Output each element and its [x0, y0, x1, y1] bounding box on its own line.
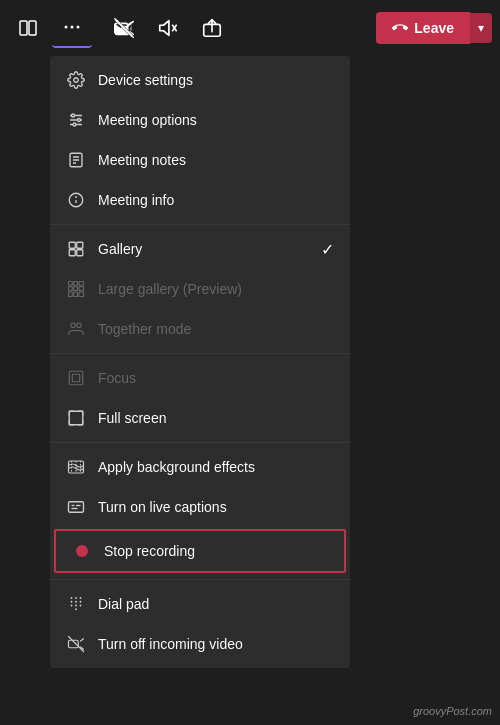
svg-point-4	[77, 26, 80, 29]
menu-item-together-mode: Together mode	[50, 309, 350, 349]
svg-point-59	[71, 601, 73, 603]
svg-rect-33	[77, 250, 83, 256]
live-captions-label: Turn on live captions	[98, 499, 334, 515]
menu-item-large-gallery: Large gallery (Preview)	[50, 269, 350, 309]
svg-line-7	[130, 22, 134, 25]
stop-recording-icon	[72, 541, 92, 561]
meeting-options-label: Meeting options	[98, 112, 334, 128]
svg-line-67	[81, 639, 84, 641]
menu-item-live-captions[interactable]: Turn on live captions	[50, 487, 350, 527]
focus-icon	[66, 368, 86, 388]
svg-rect-0	[20, 21, 27, 35]
svg-point-63	[75, 605, 77, 607]
menu-item-full-screen[interactable]: Full screen	[50, 398, 350, 438]
svg-point-65	[75, 608, 77, 610]
meeting-notes-label: Meeting notes	[98, 152, 334, 168]
menu-section-4: Apply background effects Turn on live ca…	[50, 443, 350, 580]
svg-rect-32	[69, 250, 75, 256]
large-gallery-icon	[66, 279, 86, 299]
svg-point-3	[71, 26, 74, 29]
captions-icon	[66, 497, 86, 517]
svg-rect-37	[69, 287, 73, 291]
topbar: Leave ▾	[0, 0, 500, 56]
topbar-left	[8, 8, 92, 48]
menu-item-dial-pad[interactable]: Dial pad	[50, 584, 350, 624]
topbar-icons	[104, 8, 232, 48]
gear-icon	[66, 70, 86, 90]
notes-icon	[66, 150, 86, 170]
fullscreen-icon	[66, 408, 86, 428]
sidebar-icon	[18, 18, 38, 38]
share-button[interactable]	[192, 8, 232, 48]
phone-icon	[392, 20, 408, 36]
svg-rect-36	[79, 282, 84, 286]
together-mode-label: Together mode	[98, 321, 334, 337]
svg-rect-31	[77, 242, 83, 248]
leave-button[interactable]: Leave	[376, 12, 470, 44]
menu-section-5: Dial pad Turn off incoming video	[50, 580, 350, 668]
menu-item-background-effects[interactable]: Apply background effects	[50, 447, 350, 487]
mute-button[interactable]	[148, 8, 188, 48]
full-screen-label: Full screen	[98, 410, 334, 426]
focus-label: Focus	[98, 370, 334, 386]
svg-rect-1	[29, 21, 36, 35]
sidebar-toggle-button[interactable]	[8, 8, 48, 48]
svg-point-56	[71, 597, 73, 599]
share-icon	[201, 17, 223, 39]
menu-section-1: Device settings Meeting options	[50, 56, 350, 225]
large-gallery-label: Large gallery (Preview)	[98, 281, 334, 297]
svg-rect-34	[69, 282, 73, 286]
gallery-icon	[66, 239, 86, 259]
more-button[interactable]	[52, 8, 92, 48]
menu-item-meeting-info[interactable]: Meeting info	[50, 180, 350, 220]
svg-rect-39	[79, 287, 84, 291]
dropdown-menu: Device settings Meeting options	[50, 56, 350, 668]
svg-rect-45	[69, 371, 83, 385]
svg-line-69	[69, 637, 84, 652]
svg-point-21	[78, 119, 81, 122]
menu-section-3: Focus Full screen	[50, 354, 350, 443]
stop-recording-label: Stop recording	[104, 543, 328, 559]
menu-item-meeting-notes[interactable]: Meeting notes	[50, 140, 350, 180]
svg-point-20	[72, 114, 75, 117]
svg-point-2	[65, 26, 68, 29]
svg-point-44	[77, 323, 82, 328]
camera-off-icon	[113, 17, 135, 39]
dial-pad-label: Dial pad	[98, 596, 334, 612]
menu-item-device-settings[interactable]: Device settings	[50, 60, 350, 100]
svg-point-62	[71, 605, 73, 607]
gallery-check-icon: ✓	[321, 240, 334, 259]
leave-chevron-button[interactable]: ▾	[470, 13, 492, 43]
menu-item-stop-recording[interactable]: Stop recording	[54, 529, 346, 573]
leave-group: Leave ▾	[376, 12, 492, 44]
svg-point-43	[71, 323, 76, 328]
info-icon	[66, 190, 86, 210]
video-off-icon	[66, 634, 86, 654]
menu-item-turn-off-video[interactable]: Turn off incoming video	[50, 624, 350, 664]
menu-section-2: Gallery ✓ Large gallery (Preview)	[50, 225, 350, 354]
svg-rect-38	[74, 287, 78, 291]
svg-rect-47	[69, 411, 83, 425]
svg-rect-42	[79, 292, 84, 297]
dialpad-icon	[66, 594, 86, 614]
svg-point-22	[73, 123, 76, 126]
svg-rect-41	[74, 292, 78, 297]
menu-item-meeting-options[interactable]: Meeting options	[50, 100, 350, 140]
ellipsis-icon	[62, 17, 82, 37]
menu-item-gallery[interactable]: Gallery ✓	[50, 229, 350, 269]
together-mode-icon	[66, 319, 86, 339]
mute-icon	[157, 17, 179, 39]
svg-point-60	[75, 601, 77, 603]
menu-item-focus: Focus	[50, 358, 350, 398]
camera-button[interactable]	[104, 8, 144, 48]
svg-rect-35	[74, 282, 78, 286]
gallery-label: Gallery	[98, 241, 309, 257]
svg-point-57	[75, 597, 77, 599]
svg-rect-52	[69, 502, 84, 513]
sliders-icon	[66, 110, 86, 130]
svg-rect-40	[69, 292, 73, 297]
svg-marker-11	[160, 21, 169, 36]
meeting-info-label: Meeting info	[98, 192, 334, 208]
turn-off-video-label: Turn off incoming video	[98, 636, 334, 652]
svg-point-16	[74, 78, 79, 83]
